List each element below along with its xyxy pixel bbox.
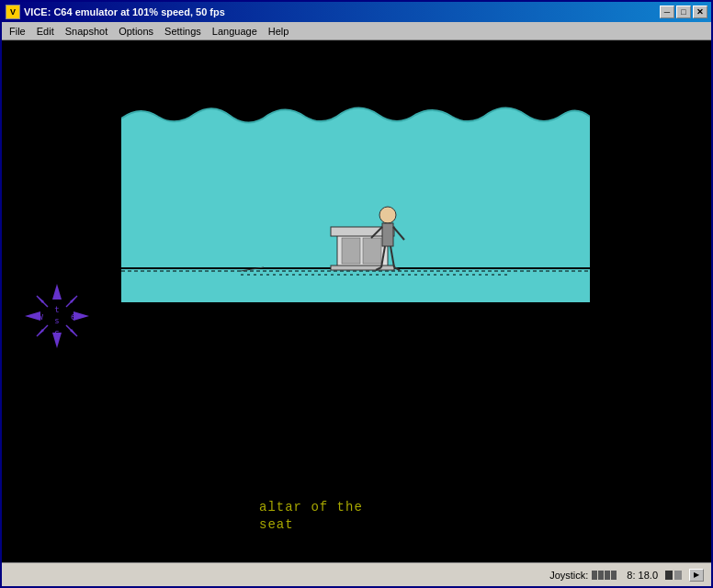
compass-control[interactable]: n s w e t s (20, 279, 94, 353)
svg-marker-34 (70, 329, 77, 336)
svg-rect-36 (598, 571, 604, 580)
speed-dot-2 (674, 571, 682, 580)
svg-rect-35 (592, 571, 597, 580)
joystick-indicator-icon (592, 569, 619, 582)
joystick-status: Joystick: (549, 569, 619, 582)
svg-point-9 (379, 207, 396, 223)
compass-svg: n s w e t s (20, 279, 94, 353)
main-window: V VICE: C64 emulator at 101% speed, 50 f… (0, 0, 713, 588)
game-content-area: n s w e t s (2, 40, 711, 562)
svg-text:w: w (38, 311, 44, 322)
svg-marker-32 (37, 329, 44, 336)
app-icon: V (6, 5, 20, 19)
speed-indicator (665, 571, 682, 580)
game-background (121, 91, 590, 403)
svg-rect-38 (611, 571, 617, 580)
menu-edit[interactable]: Edit (31, 24, 60, 39)
joystick-label: Joystick: (549, 570, 588, 581)
speed-dot-1 (665, 571, 673, 580)
menu-bar: File Edit Snapshot Options Settings Lang… (2, 22, 711, 40)
menu-help[interactable]: Help (263, 24, 295, 39)
menu-settings[interactable]: Settings (159, 24, 207, 39)
svg-marker-28 (37, 296, 44, 303)
scroll-right-button[interactable]: ▶ (689, 569, 704, 582)
status-bar: Joystick: 8: 18.0 ▶ (2, 562, 711, 586)
svg-rect-10 (382, 223, 393, 246)
game-text-line1: altar of the (259, 499, 363, 517)
svg-text:n: n (54, 289, 60, 300)
svg-marker-30 (70, 296, 77, 303)
game-scene-svg (121, 91, 590, 403)
app-icon-label: V (10, 7, 16, 17)
menu-language[interactable]: Language (207, 24, 263, 39)
svg-text:s: s (54, 316, 59, 325)
svg-rect-8 (363, 238, 381, 264)
menu-options[interactable]: Options (113, 24, 159, 39)
speed-value: 8: 18.0 (627, 570, 658, 581)
close-button[interactable]: ✕ (693, 6, 707, 18)
svg-rect-37 (605, 571, 610, 580)
game-viewport (121, 91, 590, 403)
game-text-area: altar of the seat (259, 499, 363, 535)
svg-rect-6 (331, 266, 394, 270)
svg-text:t: t (54, 305, 59, 314)
maximize-button[interactable]: □ (676, 6, 691, 18)
minimize-button[interactable]: ─ (660, 6, 674, 18)
window-controls: ─ □ ✕ (660, 6, 707, 18)
title-bar: V VICE: C64 emulator at 101% speed, 50 f… (2, 2, 711, 22)
menu-file[interactable]: File (4, 24, 31, 39)
svg-rect-7 (342, 238, 360, 264)
menu-snapshot[interactable]: Snapshot (60, 24, 113, 39)
game-text-line2: seat (259, 516, 363, 535)
speed-status: 8: 18.0 (627, 570, 658, 581)
svg-text:s: s (54, 328, 60, 338)
svg-text:e: e (71, 311, 76, 322)
window-title: VICE: C64 emulator at 101% speed, 50 fps (24, 6, 660, 17)
